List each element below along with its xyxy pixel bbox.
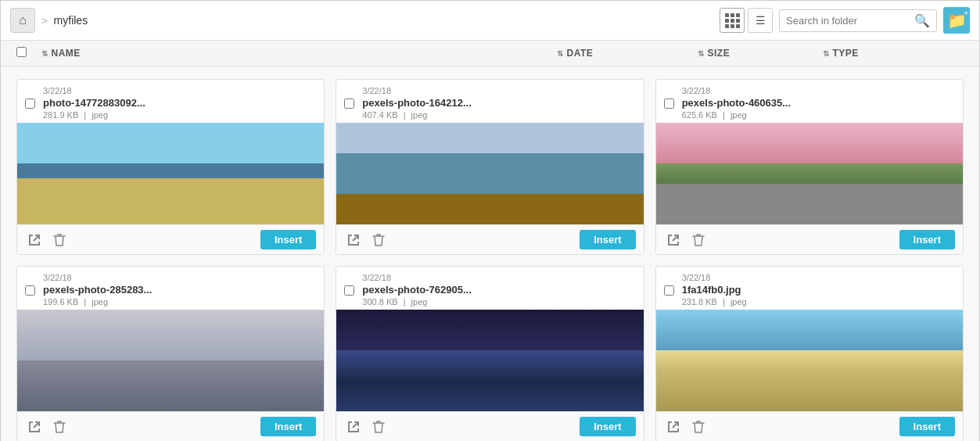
delete-icon[interactable] [50, 418, 69, 436]
file-date: 3/22/18 [682, 86, 955, 95]
card-meta: 3/22/18 1fa14fb0.jpg 231.8 KB | jpeg [682, 273, 955, 307]
search-box: 🔍 [779, 9, 937, 32]
file-card: 3/22/18 pexels-photo-460635... 625.6 KB … [655, 79, 964, 255]
file-type: jpeg [92, 110, 108, 120]
col-size-label: SIZE [708, 48, 731, 59]
select-all-check[interactable] [16, 47, 35, 59]
preview-icon[interactable] [344, 231, 363, 249]
search-icon[interactable]: 🔍 [914, 13, 930, 28]
file-name: 1fa14fb0.jpg [682, 284, 823, 296]
file-name: pexels-photo-285283... [43, 284, 184, 296]
home-button[interactable]: ⌂ [10, 8, 35, 33]
file-thumbnail [17, 123, 324, 224]
card-actions: Insert [656, 224, 963, 254]
file-info-sep: | [84, 297, 86, 307]
delete-icon[interactable] [369, 231, 388, 249]
file-card: 3/22/18 pexels-photo-762905... 300.8 KB … [336, 266, 644, 441]
file-size: 300.8 KB [362, 297, 397, 307]
preview-icon[interactable] [25, 231, 44, 249]
insert-button[interactable]: Insert [899, 230, 955, 249]
delete-icon[interactable] [689, 418, 708, 436]
breadcrumb-separator: > [41, 15, 48, 27]
file-date: 3/22/18 [362, 86, 635, 95]
file-checkbox[interactable] [25, 88, 35, 120]
preview-icon[interactable] [664, 231, 683, 249]
list-view-button[interactable]: ☰ [748, 8, 773, 33]
file-checkbox[interactable] [664, 88, 674, 120]
file-info: 625.6 KB | jpeg [682, 110, 955, 120]
preview-icon[interactable] [664, 418, 683, 436]
app-container: ⌂ > myfiles ☰ 🔍 📁+ [0, 0, 980, 441]
insert-button[interactable]: Insert [260, 230, 316, 249]
sort-name-icon: ⇅ [41, 49, 48, 58]
col-name-label: NAME [52, 48, 81, 59]
header: ⌂ > myfiles ☰ 🔍 📁+ [1, 1, 979, 41]
card-meta: 3/22/18 pexels-photo-762905... 300.8 KB … [362, 273, 635, 307]
file-name: pexels-photo-164212... [362, 97, 503, 109]
file-size: 231.8 KB [682, 297, 717, 307]
file-date: 3/22/18 [43, 86, 316, 95]
col-date-label: DATE [567, 48, 594, 59]
card-actions: Insert [336, 411, 643, 441]
card-top: 3/22/18 pexels-photo-460635... 625.6 KB … [656, 80, 963, 123]
file-info: 407.4 KB | jpeg [362, 110, 635, 120]
file-checkbox[interactable] [664, 274, 674, 307]
home-icon: ⌂ [19, 13, 27, 27]
file-name: pexels-photo-460635... [682, 97, 823, 109]
file-date: 3/22/18 [43, 273, 316, 282]
file-info: 281.9 KB | jpeg [43, 110, 316, 120]
new-folder-button[interactable]: 📁+ [943, 7, 970, 34]
card-top: 3/22/18 pexels-photo-762905... 300.8 KB … [336, 267, 643, 310]
col-header-name[interactable]: ⇅ NAME [41, 48, 557, 59]
insert-button[interactable]: Insert [260, 417, 316, 436]
preview-icon[interactable] [344, 418, 363, 436]
file-name: photo-14772883092... [43, 97, 184, 109]
file-checkbox[interactable] [25, 274, 35, 307]
file-type: jpeg [411, 110, 428, 120]
file-checkbox[interactable] [344, 88, 354, 120]
delete-icon[interactable] [50, 231, 69, 249]
card-top: 3/22/18 photo-14772883092... 281.9 KB | … [17, 80, 324, 123]
file-info-sep: | [723, 110, 725, 120]
file-card: 3/22/18 pexels-photo-164212... 407.4 KB … [336, 79, 644, 255]
sort-type-icon: ⇅ [823, 49, 830, 58]
card-meta: 3/22/18 pexels-photo-460635... 625.6 KB … [682, 86, 955, 120]
view-toggle: ☰ [720, 8, 773, 33]
card-meta: 3/22/18 pexels-photo-285283... 199.6 KB … [43, 273, 316, 307]
card-top: 3/22/18 1fa14fb0.jpg 231.8 KB | jpeg [656, 267, 963, 310]
file-date: 3/22/18 [682, 273, 955, 282]
file-size: 281.9 KB [43, 110, 78, 120]
card-top: 3/22/18 pexels-photo-164212... 407.4 KB … [336, 80, 643, 123]
select-all-checkbox[interactable] [16, 47, 27, 57]
new-folder-icon: 📁+ [947, 11, 967, 30]
grid-view-button[interactable] [720, 8, 745, 33]
card-actions: Insert [656, 411, 963, 441]
col-header-size[interactable]: ⇅ SIZE [698, 48, 823, 59]
card-meta: 3/22/18 photo-14772883092... 281.9 KB | … [43, 86, 316, 120]
col-type-label: TYPE [833, 48, 859, 59]
insert-button[interactable]: Insert [580, 230, 635, 249]
delete-icon[interactable] [369, 418, 388, 436]
file-card: 3/22/18 pexels-photo-285283... 199.6 KB … [16, 266, 325, 441]
file-type: jpeg [411, 297, 428, 307]
insert-button[interactable]: Insert [580, 417, 635, 436]
file-card: 3/22/18 photo-14772883092... 281.9 KB | … [16, 79, 325, 255]
col-header-date[interactable]: ⇅ DATE [557, 48, 698, 59]
card-actions: Insert [17, 224, 324, 254]
insert-button[interactable]: Insert [899, 417, 955, 436]
file-info: 300.8 KB | jpeg [362, 297, 635, 307]
card-top: 3/22/18 pexels-photo-285283... 199.6 KB … [17, 267, 324, 310]
card-actions: Insert [17, 411, 324, 441]
grid-view-icon [725, 13, 740, 28]
file-size: 199.6 KB [43, 297, 78, 307]
file-info-sep: | [404, 297, 406, 307]
file-thumbnail [336, 123, 643, 224]
column-headers: ⇅ NAME ⇅ DATE ⇅ SIZE ⇅ TYPE [1, 41, 979, 66]
preview-icon[interactable] [25, 418, 44, 436]
search-input[interactable] [786, 15, 911, 27]
file-checkbox[interactable] [344, 274, 354, 307]
file-card: 3/22/18 1fa14fb0.jpg 231.8 KB | jpeg [655, 266, 964, 441]
col-header-type[interactable]: ⇅ TYPE [823, 48, 964, 59]
file-thumbnail [17, 310, 324, 411]
delete-icon[interactable] [689, 231, 708, 249]
